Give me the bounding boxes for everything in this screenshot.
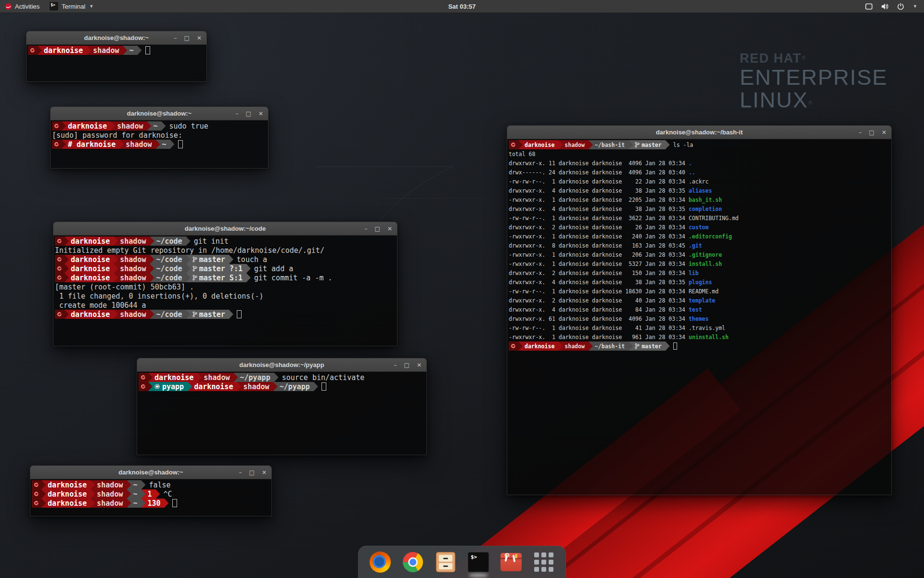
- command-text: ls -la: [673, 142, 693, 148]
- window-titlebar[interactable]: darknoise@shadow:~/pyapp–□✕: [137, 358, 426, 372]
- minimize-button[interactable]: –: [365, 226, 368, 232]
- window-titlebar[interactable]: darknoise@shadow:~/bash-it–□✕: [507, 126, 891, 139]
- close-button[interactable]: ✕: [262, 470, 267, 475]
- terminal-line: -rwxrwxr-x. 1 darknoise darknoise 206 Ja…: [509, 250, 891, 259]
- ls-row-meta: drwxrwxr-x. 4 darknoise darknoise 38 Jan…: [509, 206, 689, 212]
- window-controls: –□✕: [236, 107, 263, 120]
- maximize-button[interactable]: □: [184, 35, 190, 41]
- app-menu-terminal[interactable]: $> Terminal ▼: [44, 0, 98, 13]
- command-text: git add a: [254, 264, 293, 273]
- window-titlebar[interactable]: darknoise@shadow:~/code–□✕: [53, 222, 397, 236]
- prompt-host-segment: shadow: [90, 489, 131, 499]
- window-title: darknoise@shadow:~/pyapp: [239, 361, 324, 368]
- command-text: sudo true: [169, 122, 208, 131]
- maximize-button[interactable]: □: [246, 111, 251, 117]
- prompt-path-segment: ~/bash-it: [589, 342, 633, 351]
- terminal-line: darknoiseshadow~/codegit init: [55, 236, 397, 246]
- close-button[interactable]: ✕: [387, 226, 392, 232]
- close-button[interactable]: ✕: [197, 35, 202, 41]
- prompt-host-segment: shadow: [558, 342, 593, 351]
- prompt-path-segment: ~/code: [150, 273, 190, 282]
- maximize-button[interactable]: □: [869, 130, 874, 135]
- window-titlebar[interactable]: darknoise@shadow:~–□✕: [30, 466, 271, 479]
- ls-row-filename: test: [689, 306, 702, 313]
- ls-row-meta: drwxrwxr-x. 2 darknoise darknoise 26 Jan…: [509, 224, 689, 231]
- terminal-line: darknoiseshadow~/codemaster ?:1git add a: [55, 264, 397, 273]
- terminal-line: drwxrwxr-x. 2 darknoise darknoise 40 Jan…: [509, 296, 891, 305]
- dock-app-grid-icon[interactable]: [533, 551, 555, 573]
- display-icon[interactable]: [865, 3, 873, 10]
- ls-row-meta: drwxrwxr-x. 2 darknoise darknoise 40 Jan…: [509, 297, 689, 304]
- dock-files-icon[interactable]: [435, 551, 457, 573]
- terminal-content[interactable]: darknoiseshadow~/codegit initInitialized…: [53, 236, 397, 346]
- window-titlebar[interactable]: darknoise@shadow:~–□✕: [51, 107, 268, 120]
- terminal-content[interactable]: darknoiseshadow~/pyappsource bin/activat…: [137, 372, 426, 455]
- terminal-line: darknoiseshadow~false: [32, 480, 271, 489]
- minimize-button[interactable]: –: [239, 470, 242, 475]
- prompt-host-segment: shadow: [558, 140, 593, 149]
- prompt-host-segment: shadow: [197, 373, 238, 382]
- ls-row-filename: completion: [689, 206, 722, 212]
- terminal-content[interactable]: darknoiseshadow~: [26, 45, 206, 81]
- activities-button[interactable]: Activities: [0, 0, 44, 13]
- logo-brand: RED HAT: [740, 51, 802, 66]
- ls-row-meta: drwxrwxr-x. 2 darknoise darknoise 150 Ja…: [509, 270, 689, 276]
- terminal-line: drwxrwxr-x. 8 darknoise darknoise 163 Ja…: [509, 241, 891, 250]
- terminal-content[interactable]: darknoiseshadow~falsedarknoiseshadow~1^C…: [30, 479, 271, 516]
- dock-chrome-icon[interactable]: [402, 551, 424, 573]
- git-branch-segment: master ?:1: [186, 264, 251, 273]
- prompt-host-segment: shadow: [114, 264, 154, 273]
- close-button[interactable]: ✕: [882, 130, 886, 135]
- clock[interactable]: Sat 03:57: [0, 3, 924, 10]
- ls-row-filename: aliases: [689, 187, 712, 194]
- close-button[interactable]: ✕: [417, 362, 422, 368]
- terminal-content[interactable]: darknoiseshadow~/bash-itmasterls -latota…: [507, 139, 891, 495]
- volume-icon[interactable]: [881, 3, 889, 10]
- ls-row-meta: drwxrwxr-x. 61 darknoise darknoise 4096 …: [509, 315, 689, 322]
- ls-row-filename: custom: [689, 224, 709, 231]
- minimize-button[interactable]: –: [394, 362, 397, 368]
- ls-row-meta: -rwxrwxr-x. 1 darknoise darknoise 5327 J…: [509, 261, 689, 267]
- terminal-line: # darknoiseshadow~: [52, 140, 268, 149]
- ls-row-filename: README.md: [689, 288, 719, 295]
- close-button[interactable]: ✕: [258, 111, 263, 117]
- terminal-line: darknoiseshadow~/codemaster: [55, 310, 397, 319]
- dock-firefox-icon[interactable]: [369, 551, 391, 573]
- ls-row-meta: drwx------. 24 darknoise darknoise 4096 …: [509, 169, 689, 176]
- ls-row-filename: .gitignore: [689, 251, 722, 258]
- terminal-line: -rwxrwxr-x. 1 darknoise darknoise 961 Ja…: [509, 332, 891, 342]
- minimize-button[interactable]: –: [236, 111, 239, 117]
- maximize-button[interactable]: □: [404, 362, 410, 368]
- terminal-content[interactable]: darknoiseshadow~sudo true[sudo] password…: [51, 120, 268, 168]
- terminal-line: -rwxrwxr-x. 1 darknoise darknoise 2205 J…: [509, 195, 891, 204]
- window-controls: –□✕: [174, 31, 202, 44]
- terminal-window-home-1: darknoise@shadow:~–□✕ darknoiseshadow~: [26, 31, 207, 82]
- system-menu-chevron-icon[interactable]: ▼: [913, 4, 917, 9]
- window-titlebar[interactable]: darknoise@shadow:~–□✕: [26, 31, 206, 45]
- ls-row-meta: drwxrwxr-x. 8 darknoise darknoise 163 Ja…: [509, 242, 689, 249]
- terminal-line: -rw-rw-r--. 1 darknoise darknoise 22 Jan…: [509, 177, 891, 186]
- dock-toolbox-icon[interactable]: [500, 551, 522, 573]
- power-icon[interactable]: [897, 3, 904, 10]
- git-branch-segment: master: [186, 255, 233, 264]
- maximize-button[interactable]: □: [375, 226, 380, 232]
- ls-row-filename: .editorconfig: [689, 233, 732, 240]
- minimize-button[interactable]: –: [859, 130, 862, 135]
- prompt-user-segment: darknoise: [518, 140, 563, 149]
- terminal-line: drwxrwxr-x. 4 darknoise darknoise 38 Jan…: [509, 186, 891, 195]
- terminal-window-code: darknoise@shadow:~/code–□✕ darknoiseshad…: [53, 222, 398, 346]
- dock-terminal-icon[interactable]: $>: [467, 551, 489, 573]
- command-text: false: [149, 481, 171, 489]
- ls-row-filename: .git: [689, 242, 702, 249]
- prompt-host-segment: shadow: [111, 121, 151, 131]
- ls-row-meta: -rw-rw-r--. 1 darknoise darknoise 41 Jan…: [509, 325, 689, 331]
- prompt-user-segment: darknoise: [64, 273, 118, 282]
- distro-icon: [5, 3, 12, 10]
- prompt-path-segment: ~/code: [150, 310, 190, 319]
- ls-row-meta: drwxrwxr-x. 4 darknoise darknoise 84 Jan…: [509, 306, 689, 313]
- terminal-line: darknoiseshadow~/pyappsource bin/activat…: [139, 373, 426, 382]
- maximize-button[interactable]: □: [249, 470, 255, 475]
- minimize-button[interactable]: –: [174, 35, 177, 41]
- ls-row-meta: -rw-rw-r--. 1 darknoise darknoise 22 Jan…: [509, 178, 689, 185]
- terminal-line: -rw-rw-r--. 1 darknoise darknoise 18630 …: [509, 287, 891, 296]
